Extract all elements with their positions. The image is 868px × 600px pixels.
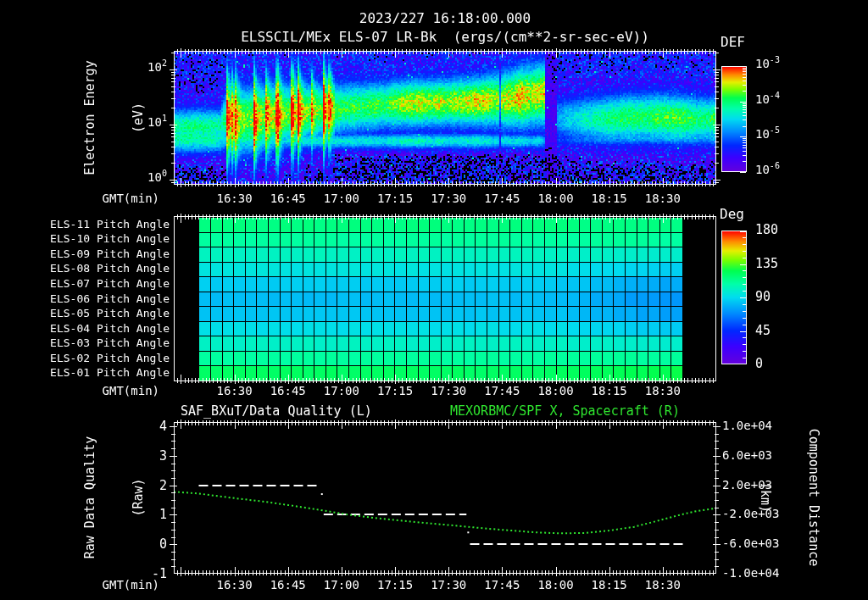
x-tick-label-top: 18:00 bbox=[526, 192, 586, 205]
x-tick-label-middle: 17:30 bbox=[419, 385, 478, 397]
exponent: -5 bbox=[770, 126, 780, 136]
x-tick-label-middle: 16:45 bbox=[259, 385, 318, 397]
exponent: 1 bbox=[162, 114, 167, 123]
x-tick-label-middle: 17:15 bbox=[365, 385, 425, 397]
exponent: -3 bbox=[770, 55, 780, 64]
energy-tick-label: 102 bbox=[147, 61, 167, 74]
quality-tick-label: 3 bbox=[159, 449, 167, 464]
quality-tick-label: 0 bbox=[159, 537, 167, 552]
def-colorbar-tick-label: 10-6 bbox=[755, 164, 780, 176]
deg-colorbar-tick-label: 0 bbox=[755, 357, 763, 371]
pitch-row-label: ELS-07 Pitch Angle bbox=[50, 278, 170, 290]
distance-tick-label: 1.0e+04 bbox=[722, 419, 772, 432]
pitch-row-label: ELS-04 Pitch Angle bbox=[50, 323, 170, 335]
x-tick-label-top: 18:30 bbox=[633, 192, 693, 205]
energy-tick-label: 100 bbox=[147, 171, 167, 184]
quality-tick-label: -1 bbox=[152, 567, 167, 581]
x-tick-label-top: 17:30 bbox=[419, 192, 478, 205]
x-tick-label-bottom: 18:15 bbox=[580, 579, 639, 592]
x-tick-label-top: 17:00 bbox=[312, 192, 371, 205]
pitch-row-label: ELS-06 Pitch Angle bbox=[50, 293, 170, 305]
spectrogram-display-screen: 2023/227 16:18:00.000 ELSSCIL/MEx ELS-07… bbox=[0, 0, 868, 600]
x-tick-label-bottom: 18:00 bbox=[526, 579, 586, 592]
x-tick-label-bottom: 17:15 bbox=[365, 579, 425, 592]
colorbar-def-label: DEF bbox=[721, 35, 745, 50]
quality-tick-label: 2 bbox=[159, 479, 167, 493]
exponent: -4 bbox=[770, 91, 780, 100]
x-tick-label-middle: 17:00 bbox=[312, 385, 371, 397]
x-tick-label-middle: 18:00 bbox=[526, 385, 586, 397]
title-datetime: 2023/227 16:18:00.000 bbox=[174, 11, 716, 26]
x-tick-label-middle: 18:30 bbox=[633, 385, 693, 397]
pitch-row-label: ELS-11 Pitch Angle bbox=[50, 219, 170, 231]
distance-tick-label: 2.0e+03 bbox=[722, 479, 772, 492]
x-tick-label-top: 17:15 bbox=[365, 192, 425, 205]
pitch-row-label: ELS-05 Pitch Angle bbox=[50, 308, 170, 319]
y-axis-label-line1: Raw Data Quality bbox=[82, 387, 98, 600]
title-instrument: ELSSCIL/MEx ELS-07 LR-Bk (ergs/(cm**2-sr… bbox=[174, 30, 716, 45]
pitch-row-label: ELS-02 Pitch Angle bbox=[50, 353, 170, 364]
exponent: 0 bbox=[162, 169, 167, 178]
x-tick-label-bottom: 17:00 bbox=[312, 579, 371, 592]
distance-tick-label: -1.0e+04 bbox=[722, 567, 779, 580]
x-tick-label-bottom: 17:45 bbox=[472, 579, 531, 592]
y-axis-label-line1: Component Distance bbox=[805, 387, 821, 600]
x-tick-label-top: 18:15 bbox=[580, 192, 639, 205]
pitch-row-label: ELS-03 Pitch Angle bbox=[50, 337, 170, 349]
bottom-panel-title-right: MEXORBMC/SPF X, Spacecraft (R) bbox=[450, 404, 680, 419]
def-colorbar-tick-label: 10-4 bbox=[755, 93, 780, 106]
colorbar-deg-label: Deg bbox=[720, 207, 744, 222]
y-axis-label-line1: Electron Energy bbox=[82, 8, 98, 228]
x-tick-label-bottom: 17:30 bbox=[419, 579, 478, 592]
def-colorbar-tick-label: 10-5 bbox=[755, 128, 780, 141]
x-tick-label-middle: 16:30 bbox=[205, 385, 264, 397]
pitch-row-label: ELS-09 Pitch Angle bbox=[50, 248, 170, 260]
energy-tick-label: 101 bbox=[147, 116, 167, 129]
bottom-panel-title-left: SAF_BXuT/Data Quality (L) bbox=[181, 404, 372, 419]
deg-colorbar-tick-label: 45 bbox=[755, 324, 771, 338]
x-tick-label-middle: 18:15 bbox=[580, 385, 639, 397]
pitch-row-label: ELS-08 Pitch Angle bbox=[50, 263, 170, 275]
distance-tick-label: -2.0e+03 bbox=[722, 508, 779, 520]
x-tick-label-bottom: 16:30 bbox=[205, 579, 264, 592]
distance-tick-label: -6.0e+03 bbox=[722, 537, 779, 550]
y-axis-label-electron-energy: Electron Energy (eV) bbox=[50, 8, 82, 228]
gmt-axis-label-middle: GMT(min) bbox=[103, 385, 159, 397]
exponent: -6 bbox=[770, 161, 780, 170]
pitch-row-label: ELS-10 Pitch Angle bbox=[50, 233, 170, 245]
y-axis-label-component-distance: Component Distance (km) bbox=[821, 387, 854, 600]
gmt-axis-label-top: GMT(min) bbox=[103, 192, 159, 205]
x-tick-label-middle: 17:45 bbox=[472, 385, 531, 397]
deg-colorbar-tick-label: 90 bbox=[755, 290, 771, 304]
def-colorbar-tick-label: 10-3 bbox=[755, 58, 780, 70]
x-tick-label-top: 16:45 bbox=[259, 192, 318, 205]
y-axis-label-raw-data-quality: Raw Data Quality (Raw) bbox=[50, 387, 82, 600]
gmt-axis-label-bottom: GMT(min) bbox=[103, 579, 159, 592]
x-tick-label-top: 17:45 bbox=[472, 192, 531, 205]
pitch-row-label: ELS-01 Pitch Angle bbox=[50, 367, 170, 379]
deg-colorbar-tick-label: 180 bbox=[755, 223, 778, 237]
x-tick-label-bottom: 16:45 bbox=[259, 579, 318, 592]
y-axis-label-line2: (Raw) bbox=[131, 387, 147, 600]
x-tick-label-top: 16:30 bbox=[205, 192, 264, 205]
distance-tick-label: 6.0e+03 bbox=[722, 449, 772, 462]
quality-tick-label: 1 bbox=[159, 508, 167, 522]
deg-colorbar-tick-label: 135 bbox=[755, 257, 778, 271]
x-tick-label-bottom: 18:30 bbox=[633, 579, 693, 592]
exponent: 2 bbox=[162, 58, 167, 68]
quality-tick-label: 4 bbox=[159, 419, 167, 434]
